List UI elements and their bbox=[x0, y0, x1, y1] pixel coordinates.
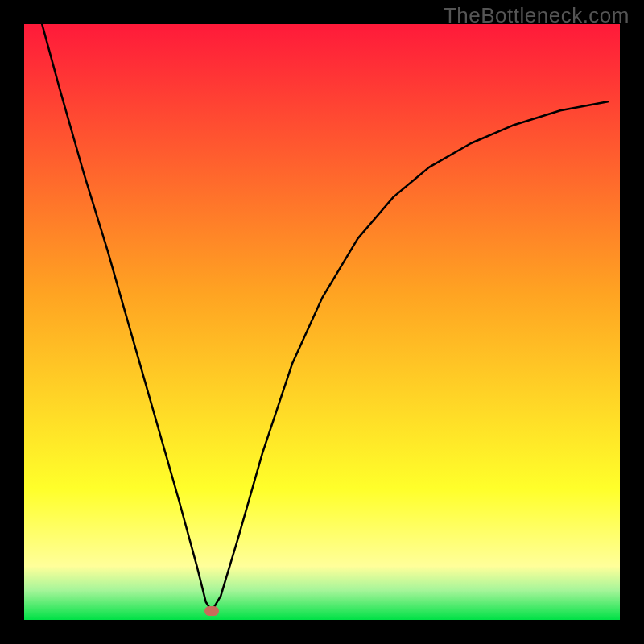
watermark-text: TheBottleneck.com bbox=[444, 3, 630, 28]
bottleneck-curve bbox=[24, 24, 620, 620]
chart-area bbox=[24, 24, 620, 620]
minimum-marker bbox=[204, 606, 219, 616]
